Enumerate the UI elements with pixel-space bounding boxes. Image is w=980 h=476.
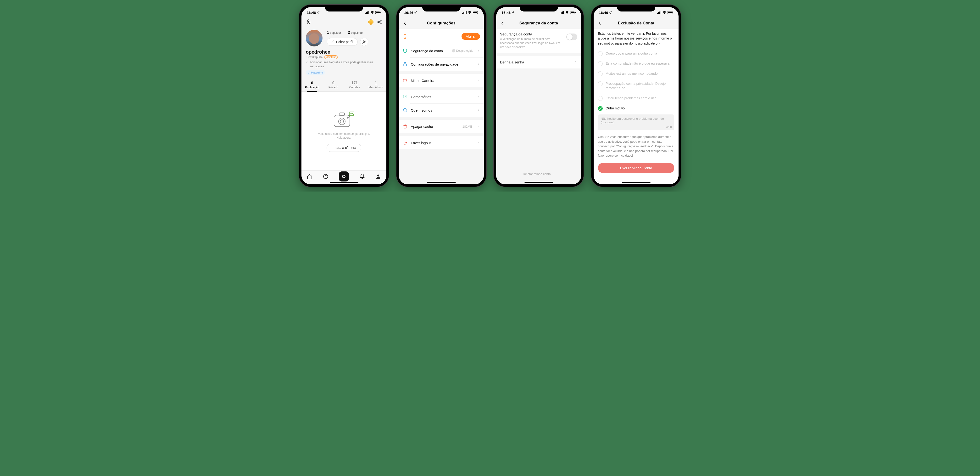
- chevron-right-icon: [574, 61, 578, 64]
- cache-size: 182MB: [463, 125, 472, 128]
- svg-rect-22: [463, 12, 464, 14]
- svg-rect-6: [380, 12, 381, 13]
- tab-publications[interactable]: 0Publicação: [301, 80, 323, 91]
- svg-point-16: [340, 120, 344, 123]
- back-icon[interactable]: [597, 21, 602, 26]
- svg-rect-3: [369, 11, 369, 14]
- reason-option[interactable]: Esta comunidade não é o que eu esperava: [593, 59, 679, 69]
- page-title: Segurança da conta: [519, 21, 558, 26]
- delete-account-button[interactable]: Excluir Minha Conta: [598, 163, 674, 173]
- row-about[interactable]: Quem somos: [399, 104, 484, 117]
- back-icon[interactable]: [402, 21, 407, 26]
- row-cache[interactable]: Apagar cache 182MB: [399, 120, 484, 133]
- svg-rect-28: [404, 35, 406, 38]
- signal-icon: [462, 11, 466, 14]
- delete-account-link[interactable]: Deletar minha conta: [496, 169, 581, 179]
- svg-rect-39: [571, 11, 575, 13]
- svg-rect-24: [466, 11, 466, 14]
- signal-icon: [560, 11, 564, 14]
- edit-profile-button[interactable]: Editar perfil: [327, 38, 358, 46]
- svg-rect-29: [404, 64, 407, 66]
- chevron-right-icon: [477, 62, 480, 66]
- add-friend-button[interactable]: [360, 38, 368, 46]
- go-to-camera-button[interactable]: Ir para a câmera: [326, 144, 361, 152]
- svg-rect-33: [404, 125, 406, 128]
- bio-hint[interactable]: Adicionar uma biografia e você pode ganh…: [306, 60, 382, 69]
- explore-icon[interactable]: [323, 174, 328, 179]
- reason-option[interactable]: Outro motivo: [593, 104, 679, 113]
- row-logout[interactable]: Fazer logout: [399, 136, 484, 149]
- svg-point-11: [363, 41, 364, 42]
- warning-note: Obs: Se você encontrar qualquer problema…: [598, 134, 674, 158]
- row-comments[interactable]: Comentários: [399, 90, 484, 104]
- svg-rect-40: [575, 12, 576, 13]
- wifi-icon: [371, 11, 374, 14]
- svg-point-7: [308, 22, 309, 23]
- reason-textarea[interactable]: Não hesite em descrever o problema ocorr…: [598, 115, 674, 130]
- camera-illustration-icon: [332, 110, 356, 129]
- chevron-right-icon: [477, 109, 480, 112]
- security-toggle[interactable]: [566, 34, 578, 40]
- pencil-icon: [306, 60, 309, 63]
- share-icon[interactable]: [377, 19, 382, 25]
- signal-icon: [657, 11, 661, 14]
- location-arrow-icon: [414, 11, 417, 14]
- signal-icon: [365, 11, 369, 14]
- username: opedrohen: [306, 50, 382, 55]
- alterar-button[interactable]: Alterar: [461, 33, 480, 40]
- svg-rect-37: [563, 11, 564, 14]
- svg-point-20: [377, 174, 379, 176]
- row-password[interactable]: Defina a senha: [496, 56, 581, 69]
- reason-option[interactable]: Estou tendo problemas com o uso: [593, 93, 679, 104]
- row-privacy[interactable]: Configurações de privacidade: [399, 58, 484, 71]
- profile-icon[interactable]: [375, 174, 381, 179]
- followers-stat[interactable]: 1seguidor: [327, 30, 341, 35]
- chevron-right-icon: [477, 49, 480, 53]
- wifi-icon: [565, 11, 569, 14]
- following-stat[interactable]: 2seguindo: [348, 30, 363, 35]
- battery-icon: [375, 11, 381, 14]
- logout-icon: [402, 140, 407, 145]
- chevron-right-icon: [477, 125, 480, 128]
- update-badge[interactable]: Atualizar: [325, 55, 337, 59]
- coin-icon[interactable]: [368, 19, 374, 25]
- create-button[interactable]: [339, 171, 349, 182]
- char-counter: 0/200: [665, 125, 672, 129]
- intro-text: Estamos tristes em te ver partir. Por fa…: [593, 29, 679, 49]
- svg-rect-23: [465, 11, 465, 14]
- settings-gear-icon[interactable]: [306, 19, 312, 25]
- svg-rect-42: [658, 12, 659, 14]
- svg-rect-34: [560, 13, 560, 14]
- reason-option[interactable]: Muitos estranhos me incomodando: [593, 69, 679, 79]
- svg-rect-2: [367, 11, 368, 14]
- tab-likes[interactable]: 171Curtidas: [344, 80, 365, 91]
- svg-rect-26: [473, 11, 477, 13]
- phone-icon: [402, 34, 407, 39]
- empty-state-text: Você ainda não tem nenhum publicação.Haj…: [318, 132, 370, 140]
- trash-icon: [402, 124, 407, 129]
- edit-icon: [331, 40, 335, 43]
- male-icon: [308, 71, 310, 74]
- location-arrow-icon: [317, 11, 320, 14]
- location-arrow-icon: [609, 11, 612, 14]
- tab-album[interactable]: 1Meu Álbum: [365, 80, 387, 91]
- tab-private[interactable]: 0Privado: [323, 80, 344, 91]
- row-wallet[interactable]: Minha Carteira: [399, 74, 484, 87]
- row-security[interactable]: Segurança da conta Desprotegida: [399, 44, 484, 58]
- row-phone[interactable]: Alterar: [399, 29, 484, 44]
- svg-rect-43: [659, 11, 660, 14]
- svg-rect-36: [562, 11, 563, 14]
- reason-option[interactable]: Quero trocar para uma outra conta: [593, 49, 679, 59]
- reason-option[interactable]: Preocupação com a privacidade: Desejo re…: [593, 79, 679, 93]
- home-indicator: [622, 182, 651, 183]
- avatar[interactable]: [306, 30, 323, 46]
- home-icon[interactable]: [307, 174, 312, 179]
- user-plus-icon: [362, 40, 366, 44]
- security-toggle-row: Segurança da conta A verificação do núme…: [496, 29, 581, 53]
- notifications-icon[interactable]: [360, 174, 365, 179]
- svg-point-19: [323, 174, 328, 179]
- svg-point-17: [347, 117, 348, 118]
- back-icon[interactable]: [500, 21, 505, 26]
- location-arrow-icon: [512, 11, 514, 14]
- svg-rect-27: [478, 12, 478, 13]
